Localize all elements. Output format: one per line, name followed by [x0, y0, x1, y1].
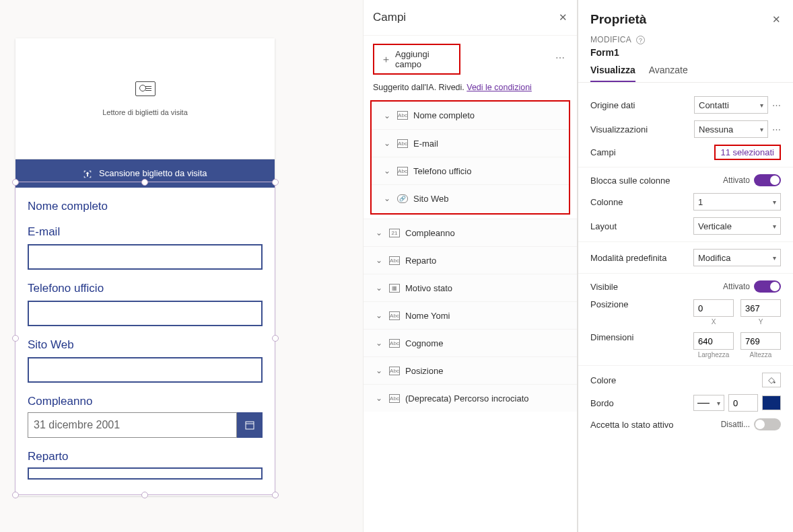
text-type-icon: Abc: [389, 256, 400, 265]
columns-select[interactable]: 1▾: [693, 193, 781, 211]
layout-select[interactable]: Verticale▾: [693, 217, 781, 235]
row-fields: Campi 11 selezionati: [590, 145, 781, 160]
card-header: Lettore di biglietti da visita: [15, 38, 275, 159]
snap-value: Attivato: [723, 176, 750, 185]
visible-toggle[interactable]: [754, 280, 781, 293]
row-color: Colore: [590, 373, 781, 387]
close-icon[interactable]: ✕: [559, 11, 567, 24]
chevron-down-icon: ▾: [773, 223, 776, 230]
data-source-label: Origine dati: [590, 100, 694, 110]
row-border: Bordo ▾: [590, 394, 781, 412]
chevron-down-icon: ▾: [773, 254, 776, 262]
more-icon[interactable]: ⋯: [772, 100, 781, 110]
form-body: Nome completo E-mail Telefono ufficio Si…: [15, 200, 275, 480]
ai-suggest-note: Suggerito dall'IA. Rivedi. Vedi le condi…: [364, 83, 577, 95]
website-field[interactable]: [28, 357, 263, 383]
form-preview[interactable]: Lettore di biglietti da visita Scansione…: [15, 38, 275, 496]
birthday-field[interactable]: [28, 412, 237, 438]
border-style-select[interactable]: ▾: [693, 395, 724, 411]
position-y-field[interactable]: [740, 299, 781, 317]
field-label-fullname: Nome completo: [28, 200, 263, 213]
field-item-label: Nome completo: [413, 110, 475, 120]
field-label-department: Reparto: [28, 450, 263, 463]
data-source-select[interactable]: Contatti▾: [694, 96, 768, 114]
snap-label: Blocca sulle colonne: [590, 176, 723, 186]
resize-handle[interactable]: [272, 179, 279, 186]
add-field-button[interactable]: ＋ Aggiungi campo: [373, 44, 460, 75]
office-phone-field[interactable]: [28, 301, 263, 326]
views-label: Visualizzazioni: [590, 124, 694, 135]
field-item[interactable]: ⌄21Compleanno: [364, 219, 577, 246]
chevron-down-icon: ⌄: [376, 283, 385, 293]
border-width-field[interactable]: [728, 394, 758, 412]
help-icon[interactable]: ?: [636, 36, 645, 44]
visible-label: Visibile: [590, 282, 723, 292]
field-item[interactable]: ⌄Abc(Deprecata) Percorso incrociato: [364, 384, 577, 412]
resize-handle[interactable]: [141, 492, 148, 498]
field-item[interactable]: ⌄AbcTelefono ufficio: [372, 157, 569, 184]
chevron-down-icon: ⌄: [384, 166, 393, 176]
fields-panel-title: Campi: [373, 11, 406, 24]
color-label: Colore: [590, 375, 762, 385]
business-card-icon: [135, 81, 156, 96]
resize-handle[interactable]: [12, 492, 19, 498]
field-label-phone: Telefono ufficio: [28, 282, 263, 295]
snap-toggle[interactable]: [754, 174, 781, 186]
resize-handle[interactable]: [272, 335, 279, 342]
resize-handle[interactable]: [141, 179, 148, 186]
field-item[interactable]: ⌄🔗Sito Web: [372, 184, 569, 212]
field-item[interactable]: ⌄AbcCognome: [364, 329, 577, 356]
more-icon[interactable]: ⋯: [555, 52, 565, 63]
field-item[interactable]: ⌄AbcE-mail: [372, 129, 569, 157]
field-item[interactable]: ⌄AbcPosizione: [364, 356, 577, 384]
size-label: Dimensioni: [590, 332, 693, 342]
tab-display[interactable]: Visualizza: [590, 65, 635, 82]
department-field[interactable]: [28, 467, 263, 480]
field-item-label: (Deprecata) Percorso incrociato: [405, 393, 529, 404]
chevron-down-icon: ⌄: [376, 338, 385, 348]
ai-terms-link[interactable]: Vedi le condizioni: [467, 83, 532, 92]
calendar-icon: 21: [389, 229, 400, 237]
color-swatch-button[interactable]: [762, 373, 781, 387]
more-icon[interactable]: ⋯: [772, 124, 781, 135]
chevron-down-icon: ▾: [760, 126, 763, 133]
field-label-website: Sito Web: [28, 338, 263, 352]
field-item[interactable]: ⌄▦Motivo stato: [364, 274, 577, 301]
resize-handle[interactable]: [12, 179, 19, 186]
tab-advanced[interactable]: Avanzate: [649, 65, 688, 82]
resize-handle[interactable]: [12, 335, 19, 342]
field-item[interactable]: ⌄AbcNome completo: [372, 102, 569, 129]
focus-toggle[interactable]: [754, 418, 781, 430]
field-item-label: Cognome: [405, 338, 443, 348]
field-item[interactable]: ⌄AbcReparto: [364, 246, 577, 274]
mode-select[interactable]: Modifica▾: [693, 249, 781, 266]
edit-fields-link[interactable]: 11 selezionati: [714, 145, 782, 160]
field-item-label: Telefono ufficio: [413, 166, 472, 176]
focus-value: Disatti...: [721, 420, 750, 429]
properties-body: Origine dati Contatti▾ ⋯ Visualizzazioni…: [578, 83, 793, 444]
field-item[interactable]: ⌄AbcNome Yomi: [364, 301, 577, 329]
width-field[interactable]: [693, 332, 734, 350]
field-label-birthday: Compleanno: [28, 395, 263, 408]
row-position: Posizione X Y: [590, 299, 781, 326]
row-layout: Layout Verticale▾: [590, 217, 781, 235]
birthday-picker-button[interactable]: [237, 412, 263, 438]
border-color-swatch[interactable]: [762, 395, 781, 410]
resize-handle[interactable]: [272, 492, 279, 498]
close-icon[interactable]: ✕: [772, 13, 781, 26]
chevron-down-icon: ▾: [760, 102, 763, 109]
link-icon: 🔗: [397, 194, 408, 203]
chevron-down-icon: ⌄: [384, 111, 393, 120]
fields-panel: Campi ✕ ＋ Aggiungi campo ⋯ Suggerito dal…: [364, 0, 578, 532]
views-select[interactable]: Nessuna▾: [694, 120, 768, 138]
plus-icon: ＋: [381, 53, 391, 66]
field-item-label: Compleanno: [405, 228, 455, 238]
field-item-label: Posizione: [405, 366, 443, 376]
properties-title: Proprietà: [590, 12, 646, 27]
position-x-field[interactable]: [693, 299, 734, 317]
chevron-down-icon: ⌄: [376, 366, 385, 375]
canvas-area: Lettore di biglietti da visita Scansione…: [0, 0, 364, 532]
height-field[interactable]: [740, 332, 781, 350]
email-field[interactable]: [28, 244, 263, 270]
chevron-down-icon: ⌄: [376, 393, 385, 403]
